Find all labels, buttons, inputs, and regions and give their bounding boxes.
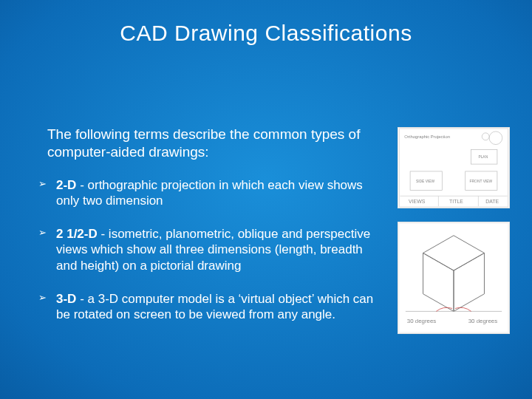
svg-rect-0 <box>399 129 508 207</box>
fig1-bottom1-label: VIEWS <box>409 199 426 204</box>
fig1-plan-label: PLAN <box>478 155 488 159</box>
fig2-right-label: 30 degrees <box>468 318 497 324</box>
bullet-term: 2 1/2-D <box>56 227 98 241</box>
orthographic-diagram: Orthographic Projection PLAN SIDE VIEW F… <box>398 127 510 208</box>
body-text: The following terms describe the common … <box>38 126 378 340</box>
fig1-bottom3-label: DATE <box>485 199 499 204</box>
fig1-box2-label: FRONT VIEW <box>470 180 493 183</box>
bullet-term: 3-D <box>56 292 76 306</box>
intro-text: The following terms describe the common … <box>47 126 378 161</box>
fig1-title-label: Orthographic Projection <box>404 134 450 139</box>
slide: CAD Drawing Classifications The followin… <box>0 0 532 399</box>
bullet-term: 2-D <box>56 178 76 192</box>
bullet-item: 2 1/2-D - isometric, planometric, obliqu… <box>38 226 378 273</box>
bullet-rest: - a 3-D computer model is a ‘virtual obj… <box>56 292 373 321</box>
bullet-item: 2-D - orthographic projection in which e… <box>38 177 378 209</box>
page-title: CAD Drawing Classifications <box>0 21 532 46</box>
fig2-left-label: 30 degrees <box>407 318 436 324</box>
isometric-cube-diagram: 30 degrees 30 degrees <box>398 222 510 334</box>
bullet-rest: - isometric, planometric, oblique and pe… <box>56 227 370 273</box>
bullet-rest: - orthographic projection in which each … <box>56 178 363 208</box>
fig1-bottom2-label: TITLE <box>449 199 463 204</box>
bullet-item: 3-D - a 3-D computer model is a ‘virtual… <box>38 291 378 323</box>
bullet-list: 2-D - orthographic projection in which e… <box>38 177 378 323</box>
fig1-box1-label: SIDE VIEW <box>416 180 435 183</box>
